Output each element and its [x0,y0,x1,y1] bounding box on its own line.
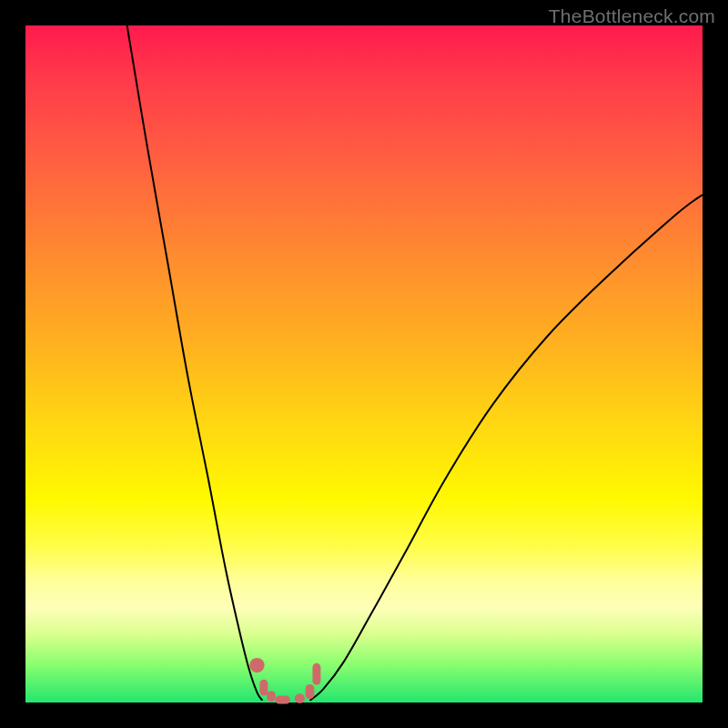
marker-stroke [306,684,315,699]
marker-dot [249,658,264,672]
marker-stroke [259,680,268,696]
marker-stroke [312,663,320,685]
curve-right [309,195,703,701]
curve-left [127,25,263,701]
marker-stroke [267,691,276,702]
marker-stroke [295,693,305,703]
marker-stroke [276,696,290,704]
chart-plot-area [25,25,703,703]
watermark-text: TheBottleneck.com [549,5,715,27]
chart-svg [25,25,703,703]
